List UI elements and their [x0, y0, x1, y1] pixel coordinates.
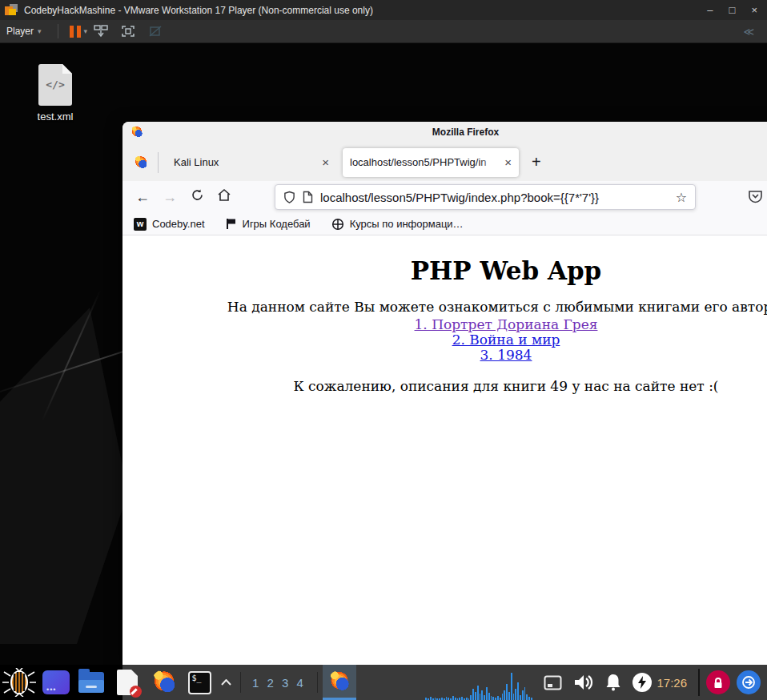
file-manager-button[interactable]	[74, 665, 109, 700]
book-link-3[interactable]: 3. 1984	[122, 348, 767, 363]
bookmark-label: Курсы по информаци…	[350, 218, 464, 230]
text-editor-button[interactable]	[109, 665, 146, 700]
tab-kali-linux[interactable]: Kali Linux ×	[167, 148, 336, 177]
firefox-launcher-button[interactable]	[146, 665, 183, 700]
kali-taskbar: $_ 1 2 3 4 17:26	[0, 665, 767, 700]
home-button[interactable]	[211, 188, 238, 206]
power-icon	[632, 673, 652, 692]
app-menu-button[interactable]	[38, 665, 74, 700]
firefox-titlebar[interactable]: Mozilla Firefox	[122, 122, 767, 143]
bookmark-kursy[interactable]: Курсы по информаци…	[331, 218, 464, 231]
url-bar[interactable]: localhost/lesson5/PHPTwig/index.php?book…	[275, 184, 696, 210]
tab-localhost-active[interactable]: localhost/lesson5/PHPTwig/in ×	[343, 148, 519, 177]
pocket-icon[interactable]	[747, 188, 764, 208]
collapse-toolbar-button[interactable]: ≪	[743, 26, 761, 38]
bookmark-star-icon[interactable]: ☆	[676, 190, 687, 205]
vmware-window-title: CodebyHackMashine - VMware Workstation 1…	[24, 5, 707, 16]
clock[interactable]: 17:26	[652, 665, 692, 700]
terminal-button[interactable]: $_	[183, 665, 216, 700]
bookmark-label: Codeby.net	[152, 218, 205, 230]
panel-divider	[240, 672, 241, 693]
close-button[interactable]: ×	[751, 4, 757, 16]
lock-screen-button[interactable]	[706, 665, 730, 700]
navigation-toolbar: ← → localhost/lesson5/PHPTwig/index.php?…	[122, 181, 767, 213]
tab-label: Kali Linux	[174, 156, 317, 168]
tab-divider	[158, 152, 159, 173]
shield-icon[interactable]	[283, 191, 295, 204]
bookmark-label: Игры Кодебай	[243, 218, 311, 230]
player-menu[interactable]: Player ▾	[6, 26, 42, 37]
flag-icon	[226, 218, 237, 230]
book-link-1[interactable]: 1. Портрет Дориана Грея	[122, 317, 767, 332]
vmware-titlebar: CodebyHackMashine - VMware Workstation 1…	[0, 0, 767, 20]
book-link-2[interactable]: 2. Война и мир	[122, 332, 767, 348]
app-menu-icon	[42, 670, 70, 694]
display-icon	[544, 675, 562, 690]
wallpaper-shape	[0, 308, 128, 644]
power-manager-button[interactable]	[632, 665, 652, 700]
xml-file-icon: </>	[38, 64, 72, 106]
firefox-window-title: Mozilla Firefox	[122, 122, 767, 143]
forward-button: →	[156, 189, 183, 206]
suspend-dropdown-icon[interactable]: ▾	[84, 27, 88, 35]
panel-expand-button[interactable]	[216, 665, 235, 700]
edit-badge-icon	[130, 686, 142, 698]
bookmarks-toolbar: w Codeby.net Игры Кодебай Курсы по инфор…	[122, 213, 767, 235]
firefox-icon	[328, 670, 351, 693]
notifications-button[interactable]	[604, 665, 623, 700]
display-settings-button[interactable]	[544, 665, 562, 700]
network-graph[interactable]	[425, 665, 532, 700]
tab-label: localhost/lesson5/PHPTwig/in	[350, 156, 500, 168]
volume-button[interactable]	[573, 665, 594, 700]
firefox-window: Mozilla Firefox Kali Linux × localhost/l…	[122, 122, 767, 665]
folder-icon	[78, 672, 104, 693]
maximize-button[interactable]: □	[729, 4, 736, 16]
logout-button[interactable]	[737, 665, 761, 700]
page-intro-text: На данном сайте Вы можете ознакомиться с…	[122, 299, 767, 315]
firefox-tab-favicon	[134, 155, 148, 170]
send-ctrl-alt-del-button[interactable]	[93, 24, 109, 38]
unity-mode-icon	[147, 24, 163, 38]
desktop-file-test-xml[interactable]: </> test.xml	[29, 64, 82, 123]
logout-icon	[737, 670, 761, 694]
minimize-button[interactable]: –	[707, 4, 713, 16]
globe-icon	[331, 218, 344, 231]
kali-menu-button[interactable]	[0, 665, 38, 700]
lock-icon	[706, 670, 730, 694]
code-glyph: </>	[38, 78, 72, 91]
book-not-found-text: К сожалению, описания для книги 49 у нас…	[122, 378, 767, 394]
kali-logo-icon	[2, 668, 36, 697]
page-title: PHP Web App	[122, 256, 767, 285]
bookmark-codeby[interactable]: w Codeby.net	[134, 218, 205, 231]
vm-screen: </> test.xml Mozilla Firefox Kali Linux …	[0, 43, 767, 700]
new-tab-button[interactable]: +	[532, 153, 541, 171]
desktop-file-label: test.xml	[29, 111, 82, 123]
reload-button[interactable]	[183, 188, 211, 206]
tab-bar: Kali Linux × localhost/lesson5/PHPTwig/i…	[122, 143, 767, 181]
bookmark-igry-kodebay[interactable]: Игры Кодебай	[226, 218, 311, 230]
back-button[interactable]: ←	[129, 189, 156, 206]
close-tab-icon[interactable]: ×	[322, 155, 329, 169]
document-icon	[117, 670, 138, 695]
url-input[interactable]: localhost/lesson5/PHPTwig/index.php?book…	[320, 191, 669, 204]
bell-icon	[604, 673, 623, 692]
firefox-icon	[151, 670, 177, 695]
workspace-pager[interactable]: 1 2 3 4	[246, 665, 312, 700]
vmware-logo-icon	[5, 4, 18, 16]
speaker-icon	[573, 673, 594, 692]
page-info-icon[interactable]	[303, 191, 313, 203]
vmware-toolbar: Player ▾ ▾ ≪	[0, 20, 767, 43]
toolbar-divider	[58, 24, 58, 38]
web-page-content: PHP Web App На данном сайте Вы можете оз…	[122, 235, 767, 665]
player-menu-label: Player	[6, 26, 34, 37]
chevron-down-icon: ▾	[38, 27, 42, 35]
fullscreen-button[interactable]	[120, 24, 136, 38]
suspend-vm-button[interactable]	[70, 26, 81, 38]
terminal-icon: $_	[188, 671, 211, 694]
panel-divider	[698, 669, 700, 696]
taskbar-firefox-window-button[interactable]	[323, 665, 356, 700]
codeby-favicon: w	[134, 218, 147, 231]
close-tab-icon[interactable]: ×	[504, 155, 512, 169]
chevron-up-icon	[221, 679, 231, 686]
panel-divider	[317, 672, 318, 693]
